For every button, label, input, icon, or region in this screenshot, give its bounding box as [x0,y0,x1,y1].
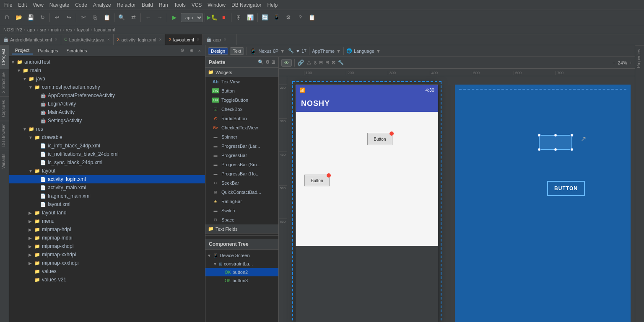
tab-layout-xml[interactable]: X layout.xml × [165,34,203,45]
zoom-minus-icon[interactable]: − [613,60,615,65]
panel-tab-project[interactable]: Project [12,47,33,54]
side-tab-project[interactable]: 1:Project [0,45,9,69]
find-btn[interactable]: 🔍 [116,12,127,23]
tree-item-mipmap-mdpi[interactable]: ▶ 📁 mipmap-mdpi [9,234,205,242]
bc-layoutxml[interactable]: layout.xml [94,27,115,32]
tree-item-values-v21[interactable]: 📁 values-v21 [9,276,205,284]
design-mode-btn[interactable]: Design [208,47,228,55]
sync-btn[interactable]: ↻ [37,12,48,23]
constraint-num-btn[interactable]: 8 [314,60,317,65]
blueprint-btn-selected[interactable] [539,135,572,150]
palette-item-space[interactable]: ⊡ Space [205,215,278,224]
palette-item-textview[interactable]: Ab TextView [205,77,278,86]
menu-navigate[interactable]: Navigate [47,1,72,9]
align-btn[interactable]: ⊞ [319,60,323,65]
run-app-btn[interactable]: ▶ [169,12,180,23]
show-design-btn[interactable]: 👁 [281,59,292,67]
tree-item-activity-main-xml[interactable]: 📄 activity_main.xml [9,183,205,192]
bc-src[interactable]: src [40,27,46,32]
palette-section-textfields[interactable]: 📁 Text Fields [205,224,278,234]
menu-run[interactable]: Run [156,1,171,9]
stop-btn[interactable]: ■ [218,12,229,23]
theme-label[interactable]: AppTheme [312,49,335,54]
tree-item-settingsactivity[interactable]: 🤖 SettingsActivity [9,116,205,125]
side-tab-captures[interactable]: Captures [0,96,9,121]
palette-item-togglebutton[interactable]: OK ToggleButton [205,95,278,105]
panel-tab-packages[interactable]: Packages [34,47,61,54]
palette-item-checkedtextview[interactable]: Rv CheckedTextView [205,123,278,132]
comp-tree-button3[interactable]: OK button3 [205,276,278,285]
menu-analyze[interactable]: Analyze [91,1,114,9]
text-mode-btn[interactable]: Text [230,47,244,55]
tab-app[interactable]: 🤖 app × [203,34,236,45]
tree-item-main[interactable]: ▼ 📁 main [9,66,205,75]
device-dropdown-icon[interactable]: ▼ [280,49,285,54]
comp-tree-button2[interactable]: OK button2 [205,268,278,276]
tree-item-ic-notifications[interactable]: 📄 ic_notifications_black_24dp.xml [9,150,205,158]
palette-layout-icon[interactable]: ⊞ [271,59,275,65]
palette-item-quickcontact[interactable]: ⊞ QuickContactBad... [205,188,278,197]
tab-activity-login-close[interactable]: × [159,37,162,42]
gradle-sync-btn[interactable]: 🔄 [260,12,270,23]
events-btn[interactable]: 📋 [306,12,317,23]
menu-view[interactable]: View [30,1,46,9]
tree-item-mipmap-xxhdpi[interactable]: ▶ 📁 mipmap-xxhdpi [9,250,205,259]
menu-code[interactable]: Code [73,1,90,9]
palette-section-widgets[interactable]: 📁 Widgets [205,68,278,77]
coverage-btn[interactable]: ⛨ [233,12,244,23]
device-label[interactable]: Nexus 6P [258,49,278,54]
help-btn[interactable]: ? [295,12,306,23]
sdk-btn[interactable]: ⚙ [283,12,294,23]
tree-item-mipmap-xhdpi[interactable]: ▶ 📁 mipmap-xhdpi [9,242,205,250]
theme-dropdown-icon[interactable]: ▼ [336,49,341,54]
tree-item-ic-info[interactable]: 📄 ic_info_black_24dp.xml [9,142,205,150]
panel-gear-icon[interactable]: ⚙ [179,47,186,54]
palette-item-radiobutton[interactable]: ⊙ RadioButton [205,114,278,123]
menu-edit[interactable]: Edit [16,1,29,9]
tab-loginactivity[interactable]: C LoginActivity.java × [61,34,114,45]
menu-db-navigator[interactable]: DB Navigator [229,1,264,9]
handle-bl[interactable] [538,148,541,151]
handle-tr[interactable] [570,134,574,137]
tree-item-activity-login-xml[interactable]: 📄 activity_login.xml [9,175,205,183]
tree-item-loginactivity[interactable]: 🤖 LoginActivity [9,100,205,108]
palette-search-icon[interactable]: 🔍 [258,59,264,65]
bc-layout[interactable]: layout [77,27,89,32]
open-btn[interactable]: 📂 [13,12,24,23]
magnet-btn[interactable]: 🔗 [297,59,304,66]
phone-btn2[interactable]: Button [304,175,330,186]
debug-btn[interactable]: ▶🐛 [207,12,218,23]
side-tab-structure[interactable]: 2:Structure [0,69,9,96]
bc-app[interactable]: app [27,27,35,32]
panel-close-icon[interactable]: × [197,48,203,54]
tree-item-ic-sync[interactable]: 📄 ic_sync_black_24dp.xml [9,158,205,167]
tree-item-mipmap-xxxhdpi[interactable]: ▶ 📁 mipmap-xxxhdpi [9,259,205,267]
side-tab-db-browser[interactable]: DB Browser [0,121,9,150]
panel-expand-icon[interactable]: ⊞ [188,47,195,54]
menu-refactor[interactable]: Refactor [114,1,138,9]
right-side-btn-1[interactable]: Properties [635,45,644,72]
error-btn[interactable]: ⚠ [306,59,312,66]
menu-help[interactable]: Help [265,1,280,9]
handle-tl[interactable] [538,134,541,137]
palette-item-progressbar[interactable]: ▬ ProgressBar [205,151,278,160]
comp-tree-constraint[interactable]: ▼ ⊞ constraintLa... [205,260,278,268]
menu-vcs[interactable]: VCS [189,1,205,9]
palette-item-progressbar-horiz[interactable]: ▬ ProgressBar (Ho... [205,169,278,178]
new-project-btn[interactable]: 🗋 [2,12,13,23]
copy-btn[interactable]: ⎘ [90,12,101,23]
replace-btn[interactable]: ⇄ [128,12,139,23]
run-config-combo[interactable]: app [181,13,203,22]
palette-item-progressbar-small[interactable]: ▬ ProgressBar (Sm... [205,160,278,169]
cut-btn[interactable]: ✂ [78,12,89,23]
tab-loginactivity-close[interactable]: × [107,37,110,42]
menu-window[interactable]: Window [205,1,228,9]
tree-item-drawable[interactable]: ▼ 📁 drawable [9,133,205,142]
palette-item-button[interactable]: OK Button [205,86,278,95]
api-label[interactable]: ▼ 17 [296,49,306,54]
profile-btn[interactable]: 📊 [245,12,256,23]
avd-btn[interactable]: 📱 [271,12,282,23]
palette-item-checkbox[interactable]: ☑ CheckBox [205,105,278,114]
tree-item-layout-xml[interactable]: 📄 layout.xml [9,200,205,209]
undo-btn[interactable]: ↩ [52,12,62,23]
